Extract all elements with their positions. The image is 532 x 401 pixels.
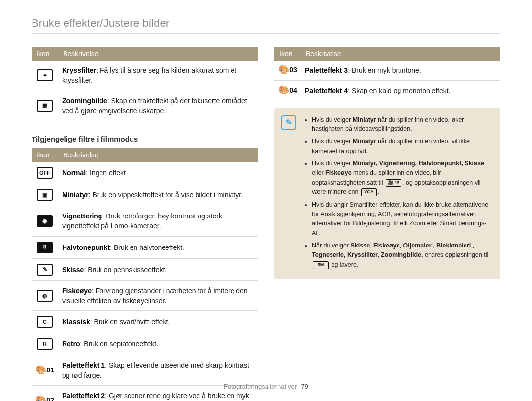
fisheye-icon: ◍ bbox=[37, 290, 53, 302]
page: Bruke effekter/Justere bilder Ikon Beskr… bbox=[0, 0, 532, 401]
table-row: ✎ Skisse: Bruk en pennskisseeffekt. bbox=[32, 258, 258, 280]
halftone-icon: ⠿ bbox=[37, 242, 53, 253]
table-header-beskrivelse: Beskrivelse bbox=[301, 47, 500, 61]
table-header-ikon: Ikon bbox=[32, 47, 58, 61]
row-description: Kryssfilter: Få lys til å spre seg fra k… bbox=[58, 61, 258, 91]
info-item: Hvis du velger Miniatyr, Vignettering, H… bbox=[312, 159, 493, 197]
inline-mode-icon: 🎥 15 bbox=[386, 179, 401, 187]
row-description: Halvtonepunkt: Bruk en halvtoneeffekt. bbox=[58, 236, 258, 258]
row-description: Paletteffekt 1: Skap et levende utseende… bbox=[58, 355, 258, 386]
crossfilter-icon: ✦ bbox=[37, 69, 53, 81]
row-description: Miniatyr: Bruk en vippeskifteffekt for å… bbox=[58, 184, 258, 206]
left-column: Ikon Beskrivelse ✦ Kryssfilter: Få lys t… bbox=[32, 47, 258, 401]
palette1-icon: 🎨01 bbox=[35, 366, 54, 374]
palette2-icon: 🎨02 bbox=[35, 396, 54, 401]
table-header-ikon: Ikon bbox=[32, 148, 58, 162]
table-row: ▦ Zoomingbilde: Skap en trakteffekt på d… bbox=[32, 91, 258, 121]
footer-label: Fotograferingsalternativer bbox=[224, 383, 297, 390]
palette4-icon: 🎨04 bbox=[278, 86, 297, 94]
table-header-beskrivelse: Beskrivelse bbox=[58, 47, 258, 61]
classic-icon: C bbox=[37, 316, 53, 328]
table-header-beskrivelse: Beskrivelse bbox=[58, 148, 258, 162]
miniature-icon: ▣ bbox=[37, 189, 53, 201]
table-row: ✦ Kryssfilter: Få lys til å spre seg fra… bbox=[32, 61, 258, 91]
table-row: 🎨03 Paletteffekt 3: Bruk en myk bruntone… bbox=[274, 61, 500, 81]
table-row: 🎨01 Paletteffekt 1: Skap et levende utse… bbox=[32, 355, 258, 386]
info-icon: ✎ bbox=[281, 115, 296, 130]
row-description: Paletteffekt 3: Bruk en myk bruntone. bbox=[301, 61, 500, 81]
row-description: Retro: Bruk en sepiatoneeffekt. bbox=[58, 333, 258, 355]
page-footer: Fotograferingsalternativer 79 bbox=[0, 383, 532, 390]
table-row: R Retro: Bruk en sepiatoneeffekt. bbox=[32, 333, 258, 355]
title-rule bbox=[32, 33, 500, 34]
table-palette-cont: Ikon Beskrivelse 🎨03 Paletteffekt 3: Bru… bbox=[274, 47, 500, 101]
two-column-layout: Ikon Beskrivelse ✦ Kryssfilter: Få lys t… bbox=[32, 47, 500, 401]
row-description: Vignettering: Bruk retrofarger, høy kont… bbox=[58, 206, 258, 237]
inline-mode-icon: VGA bbox=[361, 188, 377, 196]
table-effects-1: Ikon Beskrivelse ✦ Kryssfilter: Få lys t… bbox=[32, 47, 258, 121]
info-item: Når du velger Skisse, Fiskeøye, Oljemale… bbox=[312, 241, 493, 270]
table-film-filters: Ikon Beskrivelse OFF Normal: Ingen effek… bbox=[32, 148, 258, 401]
table-row: C Klassisk: Bruk en svart/hvitt-effekt. bbox=[32, 311, 258, 333]
info-box: ✎ Hvis du velger Miniatyr når du spiller… bbox=[274, 108, 500, 280]
sketch-icon: ✎ bbox=[37, 264, 53, 276]
info-list: Hvis du velger Miniatyr når du spiller i… bbox=[303, 115, 493, 273]
info-item: Hvis du angir Smartfilter-effekter, kan … bbox=[312, 200, 493, 239]
row-description: Paletteffekt 4: Skap en kald og monoton … bbox=[301, 81, 500, 101]
row-description: Klassisk: Bruk en svart/hvitt-effekt. bbox=[58, 311, 258, 333]
table-row: ◉ Vignettering: Bruk retrofarger, høy ko… bbox=[32, 206, 258, 237]
info-item: Hvis du velger Miniatyr når du spiller i… bbox=[312, 137, 493, 156]
table-row: ◍ Fiskeøye: Forvreng gjenstander i nærhe… bbox=[32, 280, 258, 311]
row-description: Zoomingbilde: Skap en trakteffekt på det… bbox=[58, 91, 258, 121]
table-row: 🎨04 Paletteffekt 4: Skap en kald og mono… bbox=[274, 81, 500, 101]
row-description: Normal: Ingen effekt bbox=[58, 162, 258, 184]
info-item: Hvis du velger Miniatyr når du spiller i… bbox=[312, 115, 493, 134]
retro-icon: R bbox=[37, 338, 53, 350]
right-column: Ikon Beskrivelse 🎨03 Paletteffekt 3: Bru… bbox=[274, 47, 500, 401]
table-row: ▣ Miniatyr: Bruk en vippeskifteffekt for… bbox=[32, 184, 258, 206]
table-row: ⠿ Halvtonepunkt: Bruk en halvtoneeffekt. bbox=[32, 236, 258, 258]
table-row: OFF Normal: Ingen effekt bbox=[32, 162, 258, 184]
page-title: Bruke effekter/Justere bilder bbox=[32, 17, 500, 33]
palette3-icon: 🎨03 bbox=[278, 65, 297, 74]
row-description: Skisse: Bruk en pennskisseeffekt. bbox=[58, 258, 258, 280]
footer-page-number: 79 bbox=[301, 383, 308, 390]
normal-icon: OFF bbox=[37, 167, 53, 179]
section-subhead: Tilgjengelige filtre i filmmodus bbox=[32, 135, 258, 143]
zoom-blur-icon: ▦ bbox=[37, 100, 53, 112]
table-header-ikon: Ikon bbox=[274, 47, 301, 61]
inline-mode-icon: 5M bbox=[313, 261, 329, 269]
row-description: Fiskeøye: Forvreng gjenstander i nærhete… bbox=[58, 280, 258, 311]
vignetting-icon: ◉ bbox=[37, 215, 53, 227]
